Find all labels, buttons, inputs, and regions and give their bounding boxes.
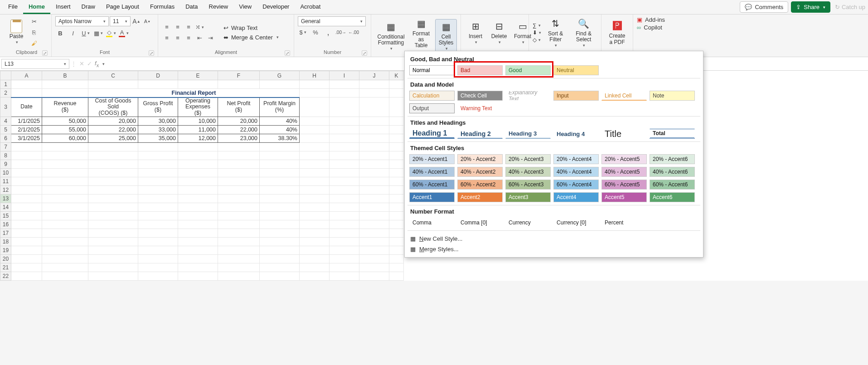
cell[interactable] (88, 194, 138, 203)
cell[interactable] (359, 80, 389, 89)
cell[interactable] (359, 272, 389, 280)
number-format-combo[interactable]: General▾ (298, 16, 366, 26)
row-header[interactable]: 10 (0, 168, 11, 177)
col-header[interactable]: F (218, 71, 260, 80)
cell[interactable] (178, 229, 218, 237)
cell[interactable] (330, 117, 359, 125)
wrap-text-button[interactable]: ↩ Wrap Text (221, 24, 281, 32)
cell[interactable]: Date (11, 97, 42, 117)
style-swatch[interactable]: Title (601, 129, 647, 139)
col-header[interactable]: J (359, 71, 389, 80)
increase-indent-button[interactable]: ⇥ (205, 33, 215, 43)
comma-format-button[interactable]: , (323, 27, 333, 37)
tab-developer[interactable]: Developer (257, 0, 295, 14)
row-header[interactable]: 1 (0, 80, 11, 89)
cell[interactable] (359, 177, 389, 185)
style-swatch[interactable]: Accent1 (409, 192, 455, 202)
cell[interactable] (260, 194, 300, 203)
cell[interactable] (138, 142, 178, 151)
cell[interactable] (359, 229, 389, 237)
cell[interactable] (260, 168, 300, 177)
cell[interactable] (389, 117, 404, 125)
cell[interactable] (300, 246, 330, 254)
row-header[interactable]: 18 (0, 237, 11, 246)
cell[interactable] (218, 229, 260, 237)
italic-button[interactable]: I (68, 28, 78, 38)
cell[interactable]: 33,000 (138, 125, 178, 134)
conditional-formatting-button[interactable]: ▦ Conditional Formatting▾ (375, 19, 407, 52)
row-header[interactable]: 22 (0, 272, 11, 280)
style-swatch[interactable]: Accent5 (601, 192, 647, 202)
cell[interactable] (330, 263, 359, 272)
cell[interactable] (330, 185, 359, 194)
align-top-button[interactable]: ≡ (162, 22, 172, 32)
cell[interactable] (138, 168, 178, 177)
cell[interactable] (42, 246, 88, 254)
increase-decimal-button[interactable]: .00→ (336, 27, 346, 37)
copilot-button[interactable]: ∞Copilot (637, 24, 662, 31)
cell[interactable] (359, 246, 389, 254)
cell[interactable]: 1/1/2025 (11, 117, 42, 125)
cell[interactable] (330, 168, 359, 177)
cell[interactable]: 11,000 (178, 125, 218, 134)
format-as-table-button[interactable]: ▦ Format as Table▾ (409, 16, 433, 55)
cell[interactable] (300, 263, 330, 272)
style-swatch[interactable]: 40% - Accent4 (553, 167, 599, 177)
cell[interactable] (88, 263, 138, 272)
dialog-launcher[interactable]: ⤢ (149, 50, 154, 56)
cell[interactable] (389, 211, 404, 220)
cell[interactable] (300, 117, 330, 125)
cell[interactable] (11, 229, 42, 237)
cell[interactable] (42, 194, 88, 203)
style-swatch[interactable]: 40% - Accent2 (457, 167, 503, 177)
cell[interactable] (138, 254, 178, 263)
style-swatch[interactable]: 60% - Accent6 (650, 180, 695, 190)
col-header[interactable]: I (330, 71, 359, 80)
cell[interactable] (218, 194, 260, 203)
align-center-button[interactable]: ≡ (173, 33, 183, 43)
cell[interactable] (330, 220, 359, 229)
cell[interactable] (389, 168, 404, 177)
cell[interactable] (218, 168, 260, 177)
cell[interactable] (389, 272, 404, 280)
cell[interactable] (11, 246, 42, 254)
cell[interactable]: Financial Report (88, 89, 300, 97)
style-swatch[interactable]: 20% - Accent3 (505, 154, 551, 164)
cell[interactable] (300, 272, 330, 280)
cell[interactable] (42, 142, 88, 151)
cell[interactable] (88, 229, 138, 237)
cell[interactable] (178, 151, 218, 160)
cell[interactable] (138, 272, 178, 280)
cell[interactable] (88, 168, 138, 177)
cell[interactable] (42, 185, 88, 194)
cell[interactable] (218, 160, 260, 168)
cell[interactable]: 30,000 (138, 117, 178, 125)
cell[interactable] (11, 177, 42, 185)
style-swatch[interactable]: Currency (505, 218, 551, 228)
cell[interactable] (178, 246, 218, 254)
cell[interactable] (178, 185, 218, 194)
cell[interactable] (359, 194, 389, 203)
style-swatch[interactable]: Note (650, 91, 695, 101)
cell[interactable] (42, 263, 88, 272)
cell[interactable] (359, 97, 389, 117)
cell[interactable] (11, 194, 42, 203)
style-swatch[interactable]: Bad (457, 65, 503, 75)
cell[interactable]: 20,000 (218, 117, 260, 125)
cell[interactable] (218, 272, 260, 280)
cell[interactable] (42, 177, 88, 185)
merge-center-button[interactable]: ⬌ Merge & Center ▾ (221, 33, 281, 42)
cell[interactable] (359, 125, 389, 134)
style-swatch[interactable]: 40% - Accent5 (601, 167, 647, 177)
decrease-decimal-button[interactable]: ←.00 (349, 27, 359, 37)
style-swatch[interactable]: Linked Cell (601, 91, 647, 101)
cell[interactable] (218, 246, 260, 254)
dialog-launcher[interactable]: ⤢ (362, 50, 367, 56)
style-swatch[interactable]: 60% - Accent3 (505, 180, 551, 190)
cell[interactable] (88, 203, 138, 211)
cell[interactable] (218, 177, 260, 185)
style-swatch[interactable]: Currency [0] (553, 218, 599, 228)
cell[interactable] (11, 211, 42, 220)
cell[interactable] (42, 254, 88, 263)
cell[interactable]: 50,000 (42, 117, 88, 125)
